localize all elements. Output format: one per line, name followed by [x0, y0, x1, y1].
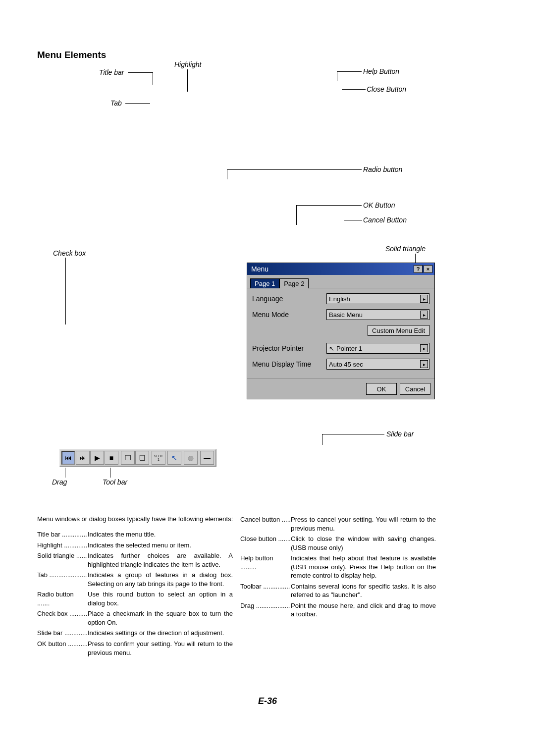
toolbar-prev-icon[interactable]: ⏮	[61, 451, 75, 465]
callout-tab: Tab	[110, 99, 122, 107]
definition-term: Title bar ..............	[37, 530, 88, 539]
definition-row: Tab .....................Indicates a gro…	[37, 571, 233, 588]
dialog-titlebar: Menu ? ×	[247, 263, 434, 275]
definition-row: Title bar ..............Indicates the me…	[37, 530, 233, 539]
tab-page-2[interactable]: Page 2	[279, 278, 309, 288]
callout-cancel-button: Cancel Button	[363, 216, 407, 224]
toolbar-play-icon[interactable]: ▶	[90, 451, 104, 465]
language-label: Language	[252, 295, 326, 303]
language-value: English	[329, 295, 350, 303]
menu-display-time-value: Auto 45 sec	[329, 361, 363, 368]
callout-ok-button: OK Button	[363, 201, 395, 209]
projector-pointer-value: Pointer 1	[336, 345, 362, 352]
callout-tool-bar: Tool bar	[103, 478, 127, 486]
slot-top: SLOT	[154, 454, 163, 458]
callout-slide-bar: Slide bar	[386, 430, 414, 438]
definition-desc: Indicates that help about that feature i…	[291, 554, 436, 580]
callout-title-bar: Title bar	[99, 68, 124, 76]
definition-term: Radio button .......	[37, 590, 88, 607]
toolbar[interactable]: ⏮ ⏭ ▶ ■ ❐ ❏ SLOT 1 ↖ ◍ —	[59, 449, 216, 467]
definition-term: Tab .....................	[37, 571, 88, 580]
callout-solid-triangle: Solid triangle	[385, 245, 426, 253]
definitions-right: Cancel button .....Press to cancel your …	[240, 515, 436, 621]
definition-desc: Indicates settings or the direction of a…	[88, 629, 233, 638]
definition-term: Slide bar .............	[37, 629, 88, 638]
menu-mode-label: Menu Mode	[252, 311, 326, 319]
definition-row: Solid triangle ......Indicates further c…	[37, 551, 233, 569]
definition-row: Cancel button .....Press to cancel your …	[240, 515, 436, 533]
ok-button[interactable]: OK	[366, 383, 397, 395]
definition-desc: Indicates further choices are available.…	[88, 551, 233, 569]
tab-page-1[interactable]: Page 1	[250, 278, 279, 288]
definition-term: Toolbar ...............	[240, 582, 291, 591]
definition-term: Help button .........	[240, 554, 291, 571]
definition-desc: Press to cancel your setting. You will r…	[291, 515, 436, 533]
cancel-button[interactable]: Cancel	[400, 383, 430, 395]
definition-row: Close button .......Click to close the w…	[240, 535, 436, 552]
definition-row: Highlight .............Indicates the sel…	[37, 541, 233, 550]
custom-menu-edit-button[interactable]: Custom Menu Edit	[368, 325, 429, 336]
dropdown-arrow-icon[interactable]: ▸	[420, 311, 428, 319]
definition-term: Cancel button .....	[240, 515, 291, 524]
definition-desc: Click to close the window with saving ch…	[291, 535, 436, 552]
definition-desc: Place a checkmark in the square box to t…	[88, 609, 233, 627]
callout-close-button: Close Button	[367, 85, 406, 93]
help-button[interactable]: ?	[414, 265, 423, 273]
definition-desc: Contains several icons for specific task…	[291, 582, 436, 599]
slot-bottom: 1	[158, 458, 160, 461]
definition-row: Help button .........Indicates that help…	[240, 554, 436, 580]
toolbar-globe-icon[interactable]: ◍	[184, 451, 198, 465]
menu-display-time-label: Menu Display Time	[252, 360, 326, 368]
definition-desc: Indicates the menu title.	[88, 530, 233, 539]
dropdown-arrow-icon[interactable]: ▸	[420, 295, 428, 303]
menu-mode-combo[interactable]: Basic Menu ▸	[326, 309, 429, 320]
definition-row: Drag ...................Point the mouse …	[240, 601, 436, 619]
callout-help-button: Help Button	[363, 67, 399, 75]
definition-row: Toolbar ...............Contains several …	[240, 582, 436, 599]
callout-drag: Drag	[52, 478, 67, 486]
projector-pointer-label: Projector Pointer	[252, 344, 326, 352]
definition-term: Check box ..........	[37, 609, 88, 618]
toolbar-stop-icon[interactable]: ■	[105, 451, 118, 465]
definition-desc: Use this round button to select an optio…	[88, 590, 233, 607]
callout-radio-button: Radio button	[363, 165, 402, 173]
projector-pointer-combo[interactable]: ↖ Pointer 1 ▸	[326, 343, 429, 354]
definition-desc: Point the mouse here, and click and drag…	[291, 601, 436, 619]
language-combo[interactable]: English ▸	[326, 293, 429, 304]
toolbar-window-icon[interactable]: ❐	[121, 451, 135, 465]
definition-term: OK button ...........	[37, 640, 88, 648]
definition-desc: Indicates the selected menu or item.	[88, 541, 233, 550]
callout-check-box: Check box	[53, 249, 86, 257]
pointer-icon: ↖	[329, 345, 334, 352]
intro-text: Menu windows or dialog boxes typically h…	[37, 515, 240, 523]
definition-desc: Press to confirm your setting. You will …	[88, 640, 233, 657]
toolbar-cursor-icon[interactable]: ↖	[167, 451, 181, 465]
toolbar-slot-icon[interactable]: SLOT 1	[152, 451, 165, 465]
definition-row: Check box ..........Place a checkmark in…	[37, 609, 233, 627]
definition-term: Solid triangle ......	[37, 551, 88, 560]
definition-desc: Indicates a group of features in a dialo…	[88, 571, 233, 588]
dropdown-arrow-icon[interactable]: ▸	[420, 344, 428, 352]
definition-term: Drag ...................	[240, 601, 291, 610]
definition-term: Highlight .............	[37, 541, 88, 550]
close-button[interactable]: ×	[424, 265, 432, 273]
menu-mode-value: Basic Menu	[329, 311, 363, 319]
dropdown-arrow-icon[interactable]: ▸	[420, 360, 428, 368]
definition-row: OK button ...........Press to confirm yo…	[37, 640, 233, 657]
page-number: E-36	[0, 696, 535, 706]
toolbar-copy-icon[interactable]: ❏	[135, 451, 149, 465]
definition-row: Slide bar .............Indicates setting…	[37, 629, 233, 638]
toolbar-minimize-icon[interactable]: —	[200, 451, 214, 465]
dialog-title: Menu	[251, 265, 413, 273]
toolbar-next-icon[interactable]: ⏭	[76, 451, 90, 465]
definition-term: Close button .......	[240, 535, 291, 543]
callout-highlight: Highlight	[174, 60, 201, 68]
definitions-left: Title bar ..............Indicates the me…	[37, 530, 233, 659]
page-heading: Menu Elements	[37, 50, 106, 60]
definition-row: Radio button .......Use this round butto…	[37, 590, 233, 607]
menu-dialog: Menu ? × Page 1 Page 2 Language English …	[247, 263, 435, 399]
menu-display-time-combo[interactable]: Auto 45 sec ▸	[326, 359, 429, 370]
